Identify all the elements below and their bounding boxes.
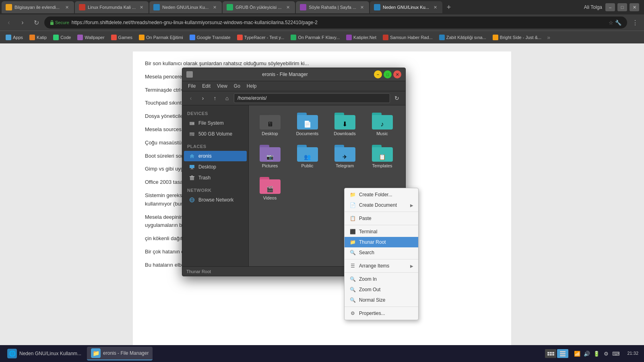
svg-rect-6 bbox=[190, 165, 194, 168]
fm-home-button[interactable]: ⌂ bbox=[222, 93, 232, 103]
maximize-button[interactable]: □ bbox=[617, 3, 627, 11]
fm-menu-go[interactable]: Go bbox=[231, 82, 243, 90]
tab-3[interactable]: Neden GNU/Linux Ku... ✕ bbox=[149, 1, 222, 13]
fm-menu-file[interactable]: File bbox=[186, 82, 198, 90]
tab-5[interactable]: Söyle Rahatla | Sayfa ... ✕ bbox=[296, 1, 369, 13]
tab-6-favicon bbox=[374, 4, 380, 10]
svg-rect-10 bbox=[190, 176, 194, 177]
bookmark-code[interactable]: Code bbox=[51, 34, 73, 41]
bookmarks-more[interactable]: » bbox=[545, 34, 552, 41]
fm-minimize-button[interactable]: – bbox=[374, 70, 382, 78]
network-icon bbox=[189, 197, 195, 203]
settings-tray-icon[interactable]: ⚙ bbox=[602, 350, 610, 358]
tab-5-close[interactable]: ✕ bbox=[359, 4, 365, 10]
close-button[interactable]: ✕ bbox=[630, 3, 639, 11]
ctx-search[interactable]: 🔍 Search bbox=[345, 247, 418, 258]
fm-maximize-button[interactable]: □ bbox=[384, 70, 392, 78]
fm-forward-button[interactable]: › bbox=[198, 93, 208, 103]
star-icon[interactable]: ☆ bbox=[609, 20, 613, 26]
battery-tray-icon[interactable]: 🔋 bbox=[592, 350, 601, 358]
layout-list-icon bbox=[560, 351, 566, 356]
folder-public-label: Public bbox=[301, 163, 314, 168]
menu-button[interactable]: ⋮ bbox=[630, 17, 641, 28]
fm-menu-view[interactable]: View bbox=[215, 82, 230, 90]
folder-documents[interactable]: 📄 Documents bbox=[290, 109, 324, 138]
ctx-arrange-items[interactable]: ☰ Arrange Items ▶ bbox=[345, 261, 418, 271]
fm-path-bar[interactable]: /home/eronis/ bbox=[234, 93, 390, 103]
bookmark-samsun[interactable]: Samsun Haber Rad... bbox=[380, 34, 435, 41]
folder-templates[interactable]: 📋 Templates bbox=[365, 142, 399, 171]
minimize-button[interactable]: – bbox=[605, 3, 615, 11]
tab-6-close[interactable]: ✕ bbox=[432, 4, 438, 10]
tab-2-close[interactable]: ✕ bbox=[138, 4, 144, 10]
bookmark-typing[interactable]: On Parmak Eğitimi bbox=[136, 34, 186, 41]
fm-sidebar-trash[interactable]: Trash bbox=[184, 173, 247, 183]
fm-sidebar-desktop-label: Desktop bbox=[198, 164, 216, 170]
ctx-terminal[interactable]: ⬛ Terminal bbox=[345, 226, 418, 237]
reload-button[interactable]: ↻ bbox=[31, 17, 42, 28]
folder-music[interactable]: ♪ Music bbox=[365, 109, 399, 138]
fm-menu-help[interactable]: Help bbox=[244, 82, 259, 90]
bookmark-apps[interactable]: Apps bbox=[3, 34, 25, 41]
fm-back-button[interactable]: ‹ bbox=[186, 93, 196, 103]
bookmark-zabit[interactable]: Zabit Kâtipliği sına... bbox=[437, 34, 489, 41]
fm-sidebar-500gb[interactable]: 500 GB Volume bbox=[184, 129, 247, 139]
ctx-properties[interactable]: ⚙ Properties... bbox=[345, 308, 418, 319]
fm-refresh-button[interactable]: ↻ bbox=[392, 93, 402, 103]
bookmark-keyboard[interactable]: On Parmak F Klavy... bbox=[288, 34, 342, 41]
bookmark-katipler[interactable]: Katipler.Net bbox=[344, 34, 379, 41]
sound-tray-icon[interactable]: 🔊 bbox=[583, 350, 591, 358]
folder-desktop[interactable]: 🖥 Desktop bbox=[253, 109, 287, 138]
tab-6[interactable]: Neden GNU/Linux Ku... ✕ bbox=[370, 1, 442, 13]
folder-templates-label: Templates bbox=[372, 163, 392, 168]
bookmark-katip[interactable]: Katip bbox=[27, 34, 49, 41]
taskbar-clock[interactable]: 21:32 bbox=[625, 350, 641, 356]
fm-close-button[interactable]: ✕ bbox=[393, 70, 401, 78]
tab-3-close[interactable]: ✕ bbox=[211, 4, 218, 10]
tab-2[interactable]: Linux Forumunda Kali ... ✕ bbox=[75, 1, 149, 13]
taskbar-browser[interactable]: 🌐 Neden GNU/Linux Kullanm... bbox=[3, 347, 85, 360]
layout-list-button[interactable] bbox=[557, 349, 568, 358]
tab-4[interactable]: GRUB Ön yükleyicisi ... ✕ bbox=[223, 1, 295, 13]
tab-4-close[interactable]: ✕ bbox=[285, 4, 291, 10]
ctx-create-folder[interactable]: 📁 Create Folder... bbox=[345, 189, 418, 200]
layout-grid-button[interactable] bbox=[545, 349, 556, 358]
folder-videos[interactable]: 🎬 Videos bbox=[253, 174, 287, 203]
extensions-icon[interactable]: 🔧 bbox=[615, 20, 621, 26]
folder-pictures[interactable]: 📷 Pictures bbox=[253, 142, 287, 171]
ctx-paste[interactable]: 📋 Paste bbox=[345, 213, 418, 224]
ctx-zoom-out[interactable]: 🔍 Zoom Out bbox=[345, 284, 418, 295]
fm-sidebar-browse-network[interactable]: Browse Network bbox=[184, 195, 247, 205]
folder-public[interactable]: 👥 Public bbox=[290, 142, 324, 171]
folder-downloads[interactable]: ⬇ Downloads bbox=[328, 109, 362, 138]
ctx-divider-5 bbox=[345, 306, 418, 307]
folder-music-icon: ♪ bbox=[372, 112, 393, 130]
bookmark-typeracer[interactable]: TypeRacer - Test y... bbox=[235, 34, 287, 41]
new-tab-button[interactable]: + bbox=[443, 2, 454, 13]
folder-telegram[interactable]: ✈ Telegram bbox=[328, 142, 362, 171]
taskbar-filemanager[interactable]: 📁 eronis - File Manager bbox=[87, 347, 153, 360]
ctx-create-document[interactable]: 📄 Create Document ▶ bbox=[345, 200, 418, 210]
keyboard-tray-icon[interactable]: ⌨ bbox=[612, 350, 620, 358]
fm-sidebar-eronis[interactable]: eronis bbox=[184, 151, 247, 161]
forward-button[interactable]: › bbox=[17, 17, 28, 28]
fm-sidebar-desktop[interactable]: Desktop bbox=[184, 162, 247, 172]
tab-2-title: Linux Forumunda Kali ... bbox=[88, 5, 136, 10]
tab-1-close[interactable]: ✕ bbox=[64, 4, 70, 10]
fm-up-button[interactable]: ↑ bbox=[210, 93, 220, 103]
ctx-zoom-in[interactable]: 🔍 Zoom In bbox=[345, 274, 418, 284]
back-button[interactable]: ‹ bbox=[3, 17, 14, 28]
bookmark-brightside[interactable]: Bright Side - Just &... bbox=[490, 34, 544, 41]
url-bar[interactable]: Secure https://forum.shiftdelete.net/thr… bbox=[44, 16, 627, 29]
fm-sidebar-filesystem[interactable]: File System bbox=[184, 118, 247, 128]
fm-menu-edit[interactable]: Edit bbox=[200, 82, 213, 90]
bookmark-games[interactable]: Games bbox=[109, 34, 135, 41]
network-tray-icon[interactable]: 📶 bbox=[573, 350, 581, 358]
folder-videos-icon: 🎬 bbox=[260, 176, 281, 194]
bookmark-translate[interactable]: Google Translate bbox=[187, 34, 233, 41]
ctx-thunar-root[interactable]: 📁 Thunar Root bbox=[345, 237, 418, 247]
bookmark-wallpaper[interactable]: Wallpaper bbox=[75, 34, 107, 41]
ctx-normal-size[interactable]: 🔍 Normal Size bbox=[345, 295, 418, 305]
bookmark-typing-label: On Parmak Eğitimi bbox=[146, 35, 183, 40]
tab-1[interactable]: Bilgisayarı ile evlendi... ✕ bbox=[2, 1, 74, 13]
